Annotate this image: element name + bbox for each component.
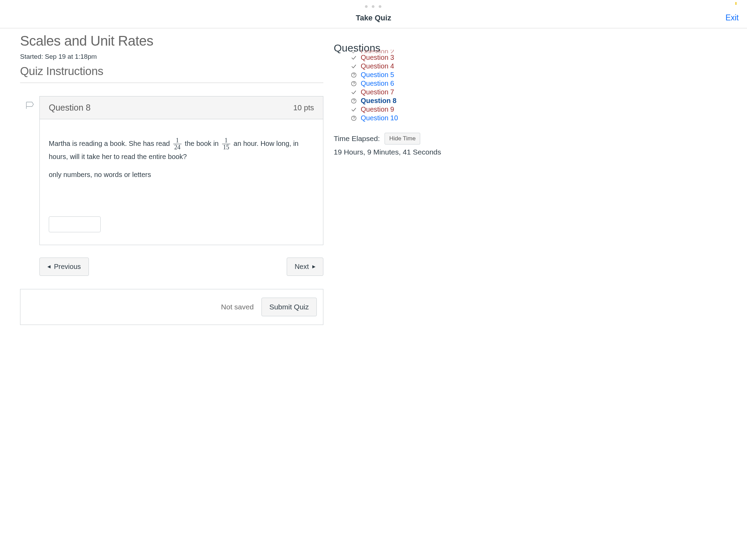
question-nav-link[interactable]: Question 2 bbox=[361, 50, 394, 53]
top-bar: ● ● ● Take Quiz Exit bbox=[0, 0, 747, 28]
answer-input[interactable] bbox=[49, 216, 101, 232]
question-hint: only numbers, no words or letters bbox=[49, 169, 314, 180]
previous-button[interactable]: ◀ Previous bbox=[39, 258, 89, 276]
question-header: Question 8 10 pts bbox=[40, 96, 323, 119]
page-title: Take Quiz bbox=[356, 13, 391, 22]
check-icon bbox=[350, 50, 357, 53]
question-text: Martha is reading a book. She has read 1… bbox=[49, 137, 314, 162]
question-nav-link[interactable]: Question 9 bbox=[361, 105, 394, 113]
question-nav-item[interactable]: Question 10 bbox=[334, 114, 737, 122]
drag-handle-dots: ● ● ● bbox=[365, 3, 383, 10]
flag-icon[interactable] bbox=[25, 101, 34, 245]
question-nav-link[interactable]: Question 8 bbox=[361, 97, 396, 105]
status-indicator bbox=[735, 2, 737, 5]
question-nav-link[interactable]: Question 6 bbox=[361, 80, 394, 87]
question-nav-link[interactable]: Question 4 bbox=[361, 62, 394, 70]
main-content: Scales and Unit Rates Started: Sep 19 at… bbox=[0, 28, 323, 325]
question-mark-icon bbox=[350, 72, 357, 78]
submit-row: Not saved Submit Quiz bbox=[20, 289, 323, 325]
hide-time-button[interactable]: Hide Time bbox=[385, 133, 420, 144]
fraction-1: 1 24 bbox=[173, 137, 182, 151]
question-nav-link[interactable]: Question 3 bbox=[361, 54, 394, 62]
exit-link[interactable]: Exit bbox=[726, 13, 739, 22]
divider bbox=[20, 83, 323, 83]
question-nav-item[interactable]: Question 8 bbox=[334, 96, 737, 105]
question-list: Question 2Question 3Question 4Question 5… bbox=[334, 50, 737, 122]
question-mark-icon bbox=[350, 115, 357, 121]
question-nav-item[interactable]: Question 2 bbox=[334, 50, 737, 53]
question-points: 10 pts bbox=[293, 103, 314, 112]
svg-point-3 bbox=[353, 85, 354, 85]
chevron-right-icon: ▶ bbox=[312, 264, 315, 269]
question-label: Question 8 bbox=[49, 103, 91, 113]
svg-point-1 bbox=[353, 76, 354, 76]
svg-point-7 bbox=[353, 119, 354, 120]
question-nav-link[interactable]: Question 7 bbox=[361, 88, 394, 96]
check-icon bbox=[350, 55, 357, 61]
chevron-left-icon: ◀ bbox=[47, 264, 50, 269]
question-body: Martha is reading a book. She has read 1… bbox=[40, 119, 323, 245]
nav-row: ◀ Previous Next ▶ bbox=[39, 258, 323, 276]
fraction-2: 1 15 bbox=[222, 137, 230, 151]
question-nav-item[interactable]: Question 7 bbox=[334, 88, 737, 96]
question-mark-icon bbox=[350, 98, 357, 104]
next-button[interactable]: Next ▶ bbox=[287, 258, 323, 276]
time-elapsed-label: Time Elapsed: bbox=[334, 134, 380, 143]
quiz-title: Scales and Unit Rates bbox=[20, 33, 323, 49]
question-nav-item[interactable]: Question 6 bbox=[334, 79, 737, 88]
started-timestamp: Started: Sep 19 at 1:18pm bbox=[20, 53, 323, 60]
submit-quiz-button[interactable]: Submit Quiz bbox=[261, 298, 317, 316]
save-status: Not saved bbox=[221, 303, 254, 311]
question-nav-item[interactable]: Question 9 bbox=[334, 105, 737, 114]
question-nav-link[interactable]: Question 10 bbox=[361, 114, 398, 122]
question-nav-item[interactable]: Question 4 bbox=[334, 62, 737, 71]
check-icon bbox=[350, 106, 357, 113]
check-icon bbox=[350, 89, 357, 95]
svg-point-5 bbox=[353, 102, 354, 102]
question-nav-item[interactable]: Question 3 bbox=[334, 53, 737, 62]
instructions-heading: Quiz Instructions bbox=[20, 65, 323, 78]
question-nav-item[interactable]: Question 5 bbox=[334, 71, 737, 79]
question-card: Question 8 10 pts Martha is reading a bo… bbox=[39, 96, 323, 245]
sidebar: Questions Question 2Question 3Question 4… bbox=[323, 28, 747, 325]
check-icon bbox=[350, 63, 357, 69]
question-nav-link[interactable]: Question 5 bbox=[361, 71, 394, 79]
elapsed-value: 19 Hours, 9 Minutes, 41 Seconds bbox=[334, 148, 737, 156]
question-mark-icon bbox=[350, 81, 357, 87]
